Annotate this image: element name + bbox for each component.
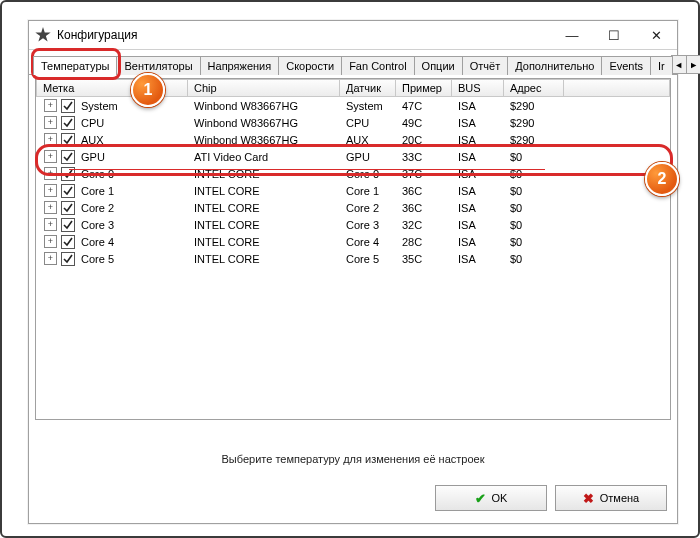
table-row[interactable]: +Core 4INTEL CORECore 428CISA$0 bbox=[36, 233, 670, 250]
expand-icon[interactable]: + bbox=[44, 235, 57, 248]
checkbox[interactable] bbox=[61, 150, 75, 164]
tab-bar: ТемпературыВентиляторыНапряженияСкорости… bbox=[29, 50, 677, 75]
table-row[interactable]: +SystemWinbond W83667HGSystem47CISA$290 bbox=[36, 97, 670, 114]
cross-icon: ✖ bbox=[583, 491, 594, 506]
table-row[interactable]: +Core 3INTEL CORECore 332CISA$0 bbox=[36, 216, 670, 233]
row-label: Core 5 bbox=[81, 253, 114, 265]
checkbox[interactable] bbox=[61, 116, 75, 130]
col-filler bbox=[564, 79, 670, 97]
expand-icon[interactable]: + bbox=[44, 218, 57, 231]
table-row[interactable]: +Core 1INTEL CORECore 136CISA$0 bbox=[36, 182, 670, 199]
row-label: System bbox=[81, 100, 118, 112]
col-sample[interactable]: Пример bbox=[396, 79, 452, 97]
row-chip: INTEL CORE bbox=[188, 219, 340, 231]
strike-below bbox=[69, 169, 545, 170]
tab-scroll-right[interactable]: ► bbox=[686, 55, 700, 74]
row-addr: $0 bbox=[504, 236, 564, 248]
row-bus: ISA bbox=[452, 202, 504, 214]
row-bus: ISA bbox=[452, 253, 504, 265]
row-sample: 49C bbox=[396, 117, 452, 129]
row-sample: 28C bbox=[396, 236, 452, 248]
expand-icon[interactable]: + bbox=[44, 133, 57, 146]
dialog-buttons: ✔ OK ✖ Отмена bbox=[435, 485, 667, 511]
row-chip: INTEL CORE bbox=[188, 185, 340, 197]
row-addr: $0 bbox=[504, 253, 564, 265]
row-label: Core 2 bbox=[81, 202, 114, 214]
table-row[interactable]: +CPUWinbond W83667HGCPU49CISA$290 bbox=[36, 114, 670, 131]
row-sensor: GPU bbox=[340, 151, 396, 163]
row-sensor: CPU bbox=[340, 117, 396, 129]
row-addr: $290 bbox=[504, 117, 564, 129]
row-label: CPU bbox=[81, 117, 104, 129]
row-addr: $0 bbox=[504, 185, 564, 197]
tab-scroll-left[interactable]: ◄ bbox=[671, 55, 687, 74]
row-chip: INTEL CORE bbox=[188, 236, 340, 248]
close-button[interactable]: ✕ bbox=[635, 21, 677, 49]
row-sample: 33C bbox=[396, 151, 452, 163]
table-row[interactable]: +Core 5INTEL CORECore 535CISA$0 bbox=[36, 250, 670, 267]
row-chip: Winbond W83667HG bbox=[188, 100, 340, 112]
table-row[interactable]: +GPUATI Video CardGPU33CISA$0 bbox=[36, 148, 670, 165]
row-sample: 47C bbox=[396, 100, 452, 112]
checkbox[interactable] bbox=[61, 235, 75, 249]
tab-опции[interactable]: Опции bbox=[414, 56, 463, 75]
row-sensor: Core 3 bbox=[340, 219, 396, 231]
col-label[interactable]: Метка bbox=[36, 79, 188, 97]
ok-button[interactable]: ✔ OK bbox=[435, 485, 547, 511]
expand-icon[interactable]: + bbox=[44, 167, 57, 180]
expand-icon[interactable]: + bbox=[44, 116, 57, 129]
row-addr: $0 bbox=[504, 219, 564, 231]
row-sensor: Core 1 bbox=[340, 185, 396, 197]
row-sensor: System bbox=[340, 100, 396, 112]
checkbox[interactable] bbox=[61, 99, 75, 113]
tab-ir[interactable]: Ir bbox=[650, 56, 673, 75]
tab-events[interactable]: Events bbox=[601, 56, 651, 75]
maximize-button[interactable]: ☐ bbox=[593, 21, 635, 49]
table-row[interactable]: +Core 2INTEL CORECore 236CISA$0 bbox=[36, 199, 670, 216]
col-bus[interactable]: BUS bbox=[452, 79, 504, 97]
badge-1: 1 bbox=[131, 73, 165, 107]
tab-напряжения[interactable]: Напряжения bbox=[200, 56, 280, 75]
tab-отчёт[interactable]: Отчёт bbox=[462, 56, 508, 75]
app-icon bbox=[35, 27, 51, 43]
row-chip: INTEL CORE bbox=[188, 253, 340, 265]
checkbox[interactable] bbox=[61, 201, 75, 215]
expand-icon[interactable]: + bbox=[44, 252, 57, 265]
cancel-button[interactable]: ✖ Отмена bbox=[555, 485, 667, 511]
tab-scroll: ◄ ► bbox=[672, 55, 700, 74]
window-controls: — ☐ ✕ bbox=[551, 21, 677, 49]
expand-icon[interactable]: + bbox=[44, 184, 57, 197]
col-chip[interactable]: Chip bbox=[188, 79, 340, 97]
row-sensor: AUX bbox=[340, 134, 396, 146]
row-addr: $290 bbox=[504, 134, 564, 146]
row-chip: Winbond W83667HG bbox=[188, 134, 340, 146]
row-sensor: Core 4 bbox=[340, 236, 396, 248]
row-sample: 35C bbox=[396, 253, 452, 265]
row-chip: ATI Video Card bbox=[188, 151, 340, 163]
hint-text: Выберите температуру для изменения её на… bbox=[29, 453, 677, 465]
tab-fan control[interactable]: Fan Control bbox=[341, 56, 414, 75]
rows-container: +SystemWinbond W83667HGSystem47CISA$290+… bbox=[36, 97, 670, 267]
expand-icon[interactable]: + bbox=[44, 99, 57, 112]
row-label: Core 1 bbox=[81, 185, 114, 197]
checkbox[interactable] bbox=[61, 184, 75, 198]
col-sensor[interactable]: Датчик bbox=[340, 79, 396, 97]
row-label: Core 3 bbox=[81, 219, 114, 231]
tab-скорости[interactable]: Скорости bbox=[278, 56, 342, 75]
tab-температуры[interactable]: Температуры bbox=[33, 56, 117, 75]
row-bus: ISA bbox=[452, 151, 504, 163]
tab-дополнительно[interactable]: Дополнительно bbox=[507, 56, 602, 75]
row-label: GPU bbox=[81, 151, 105, 163]
table-row[interactable]: +Core 0INTEL CORECore 037CISA$0 bbox=[36, 165, 670, 182]
row-chip: INTEL CORE bbox=[188, 202, 340, 214]
tab-вентиляторы[interactable]: Вентиляторы bbox=[116, 56, 200, 75]
expand-icon[interactable]: + bbox=[44, 201, 57, 214]
col-addr[interactable]: Адрес bbox=[504, 79, 564, 97]
checkbox[interactable] bbox=[61, 252, 75, 266]
expand-icon[interactable]: + bbox=[44, 150, 57, 163]
strike-above bbox=[69, 145, 545, 146]
minimize-button[interactable]: — bbox=[551, 21, 593, 49]
checkbox[interactable] bbox=[61, 218, 75, 232]
titlebar: Конфигурация — ☐ ✕ bbox=[29, 21, 677, 50]
row-addr: $0 bbox=[504, 151, 564, 163]
